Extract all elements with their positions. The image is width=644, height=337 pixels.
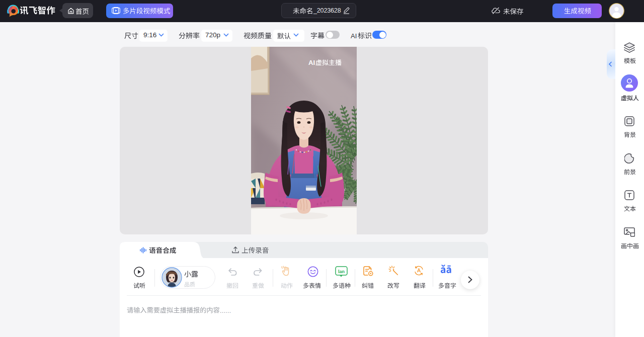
svg-text:lan: lan	[338, 269, 345, 274]
